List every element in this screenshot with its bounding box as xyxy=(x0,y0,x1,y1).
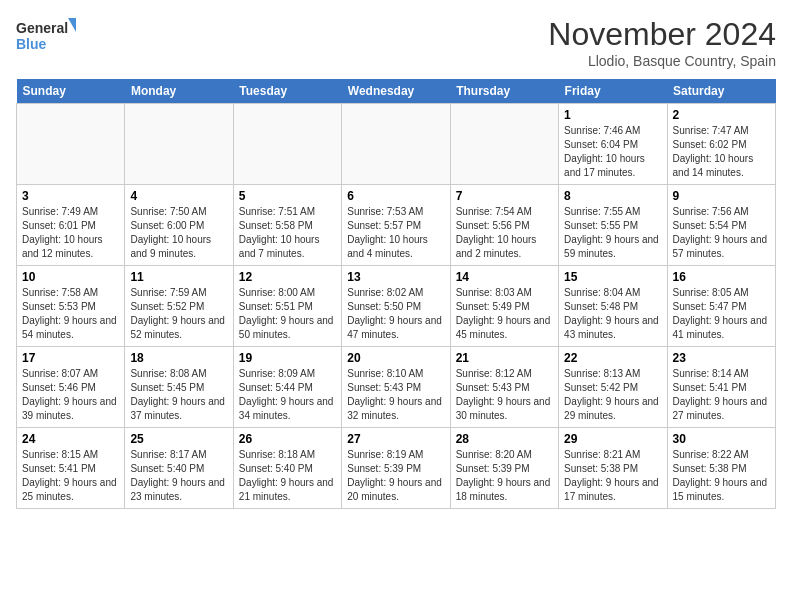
day-number: 6 xyxy=(347,189,444,203)
day-info: Sunrise: 8:19 AM Sunset: 5:39 PM Dayligh… xyxy=(347,448,444,504)
day-number: 9 xyxy=(673,189,770,203)
day-number: 8 xyxy=(564,189,661,203)
week-row-4: 17Sunrise: 8:07 AM Sunset: 5:46 PM Dayli… xyxy=(17,347,776,428)
col-header-monday: Monday xyxy=(125,79,233,104)
day-cell: 11Sunrise: 7:59 AM Sunset: 5:52 PM Dayli… xyxy=(125,266,233,347)
day-cell: 19Sunrise: 8:09 AM Sunset: 5:44 PM Dayli… xyxy=(233,347,341,428)
col-header-sunday: Sunday xyxy=(17,79,125,104)
day-cell: 1Sunrise: 7:46 AM Sunset: 6:04 PM Daylig… xyxy=(559,104,667,185)
day-info: Sunrise: 8:04 AM Sunset: 5:48 PM Dayligh… xyxy=(564,286,661,342)
svg-marker-2 xyxy=(68,18,76,32)
day-cell: 18Sunrise: 8:08 AM Sunset: 5:45 PM Dayli… xyxy=(125,347,233,428)
day-cell xyxy=(450,104,558,185)
day-number: 17 xyxy=(22,351,119,365)
day-cell: 13Sunrise: 8:02 AM Sunset: 5:50 PM Dayli… xyxy=(342,266,450,347)
day-number: 11 xyxy=(130,270,227,284)
week-row-5: 24Sunrise: 8:15 AM Sunset: 5:41 PM Dayli… xyxy=(17,428,776,509)
day-cell: 30Sunrise: 8:22 AM Sunset: 5:38 PM Dayli… xyxy=(667,428,775,509)
day-number: 27 xyxy=(347,432,444,446)
day-cell: 21Sunrise: 8:12 AM Sunset: 5:43 PM Dayli… xyxy=(450,347,558,428)
day-info: Sunrise: 7:49 AM Sunset: 6:01 PM Dayligh… xyxy=(22,205,119,261)
day-number: 10 xyxy=(22,270,119,284)
day-number: 13 xyxy=(347,270,444,284)
day-info: Sunrise: 7:51 AM Sunset: 5:58 PM Dayligh… xyxy=(239,205,336,261)
day-info: Sunrise: 8:07 AM Sunset: 5:46 PM Dayligh… xyxy=(22,367,119,423)
day-cell: 2Sunrise: 7:47 AM Sunset: 6:02 PM Daylig… xyxy=(667,104,775,185)
day-info: Sunrise: 8:00 AM Sunset: 5:51 PM Dayligh… xyxy=(239,286,336,342)
day-info: Sunrise: 7:50 AM Sunset: 6:00 PM Dayligh… xyxy=(130,205,227,261)
day-header-row: SundayMondayTuesdayWednesdayThursdayFrid… xyxy=(17,79,776,104)
day-cell: 4Sunrise: 7:50 AM Sunset: 6:00 PM Daylig… xyxy=(125,185,233,266)
week-row-1: 1Sunrise: 7:46 AM Sunset: 6:04 PM Daylig… xyxy=(17,104,776,185)
day-number: 21 xyxy=(456,351,553,365)
day-number: 20 xyxy=(347,351,444,365)
page-header: General Blue November 2024 Llodio, Basqu… xyxy=(16,16,776,69)
day-number: 15 xyxy=(564,270,661,284)
day-cell: 22Sunrise: 8:13 AM Sunset: 5:42 PM Dayli… xyxy=(559,347,667,428)
svg-text:General: General xyxy=(16,20,68,36)
day-number: 29 xyxy=(564,432,661,446)
day-number: 26 xyxy=(239,432,336,446)
day-number: 24 xyxy=(22,432,119,446)
logo: General Blue xyxy=(16,16,76,56)
day-info: Sunrise: 7:53 AM Sunset: 5:57 PM Dayligh… xyxy=(347,205,444,261)
day-info: Sunrise: 8:09 AM Sunset: 5:44 PM Dayligh… xyxy=(239,367,336,423)
svg-text:Blue: Blue xyxy=(16,36,47,52)
day-cell: 6Sunrise: 7:53 AM Sunset: 5:57 PM Daylig… xyxy=(342,185,450,266)
day-info: Sunrise: 8:14 AM Sunset: 5:41 PM Dayligh… xyxy=(673,367,770,423)
day-cell: 24Sunrise: 8:15 AM Sunset: 5:41 PM Dayli… xyxy=(17,428,125,509)
day-info: Sunrise: 7:47 AM Sunset: 6:02 PM Dayligh… xyxy=(673,124,770,180)
day-info: Sunrise: 7:56 AM Sunset: 5:54 PM Dayligh… xyxy=(673,205,770,261)
day-number: 16 xyxy=(673,270,770,284)
day-number: 3 xyxy=(22,189,119,203)
week-row-2: 3Sunrise: 7:49 AM Sunset: 6:01 PM Daylig… xyxy=(17,185,776,266)
day-cell: 16Sunrise: 8:05 AM Sunset: 5:47 PM Dayli… xyxy=(667,266,775,347)
col-header-saturday: Saturday xyxy=(667,79,775,104)
day-number: 30 xyxy=(673,432,770,446)
day-cell: 25Sunrise: 8:17 AM Sunset: 5:40 PM Dayli… xyxy=(125,428,233,509)
day-cell: 28Sunrise: 8:20 AM Sunset: 5:39 PM Dayli… xyxy=(450,428,558,509)
day-info: Sunrise: 7:54 AM Sunset: 5:56 PM Dayligh… xyxy=(456,205,553,261)
day-cell: 5Sunrise: 7:51 AM Sunset: 5:58 PM Daylig… xyxy=(233,185,341,266)
day-cell xyxy=(233,104,341,185)
day-info: Sunrise: 8:03 AM Sunset: 5:49 PM Dayligh… xyxy=(456,286,553,342)
day-number: 22 xyxy=(564,351,661,365)
day-info: Sunrise: 7:46 AM Sunset: 6:04 PM Dayligh… xyxy=(564,124,661,180)
day-info: Sunrise: 7:55 AM Sunset: 5:55 PM Dayligh… xyxy=(564,205,661,261)
subtitle: Llodio, Basque Country, Spain xyxy=(548,53,776,69)
day-cell: 12Sunrise: 8:00 AM Sunset: 5:51 PM Dayli… xyxy=(233,266,341,347)
day-cell: 26Sunrise: 8:18 AM Sunset: 5:40 PM Dayli… xyxy=(233,428,341,509)
day-cell: 8Sunrise: 7:55 AM Sunset: 5:55 PM Daylig… xyxy=(559,185,667,266)
day-info: Sunrise: 7:59 AM Sunset: 5:52 PM Dayligh… xyxy=(130,286,227,342)
col-header-friday: Friday xyxy=(559,79,667,104)
day-info: Sunrise: 8:08 AM Sunset: 5:45 PM Dayligh… xyxy=(130,367,227,423)
day-number: 25 xyxy=(130,432,227,446)
day-cell: 9Sunrise: 7:56 AM Sunset: 5:54 PM Daylig… xyxy=(667,185,775,266)
day-info: Sunrise: 8:12 AM Sunset: 5:43 PM Dayligh… xyxy=(456,367,553,423)
day-info: Sunrise: 8:20 AM Sunset: 5:39 PM Dayligh… xyxy=(456,448,553,504)
col-header-thursday: Thursday xyxy=(450,79,558,104)
logo-svg: General Blue xyxy=(16,16,76,56)
day-cell: 14Sunrise: 8:03 AM Sunset: 5:49 PM Dayli… xyxy=(450,266,558,347)
calendar-table: SundayMondayTuesdayWednesdayThursdayFrid… xyxy=(16,79,776,509)
day-info: Sunrise: 8:18 AM Sunset: 5:40 PM Dayligh… xyxy=(239,448,336,504)
day-number: 2 xyxy=(673,108,770,122)
day-info: Sunrise: 7:58 AM Sunset: 5:53 PM Dayligh… xyxy=(22,286,119,342)
day-info: Sunrise: 8:13 AM Sunset: 5:42 PM Dayligh… xyxy=(564,367,661,423)
day-number: 4 xyxy=(130,189,227,203)
month-title: November 2024 xyxy=(548,16,776,53)
day-number: 19 xyxy=(239,351,336,365)
day-cell xyxy=(17,104,125,185)
day-number: 14 xyxy=(456,270,553,284)
day-info: Sunrise: 8:15 AM Sunset: 5:41 PM Dayligh… xyxy=(22,448,119,504)
title-block: November 2024 Llodio, Basque Country, Sp… xyxy=(548,16,776,69)
day-number: 12 xyxy=(239,270,336,284)
col-header-tuesday: Tuesday xyxy=(233,79,341,104)
day-info: Sunrise: 8:05 AM Sunset: 5:47 PM Dayligh… xyxy=(673,286,770,342)
day-number: 1 xyxy=(564,108,661,122)
day-cell: 10Sunrise: 7:58 AM Sunset: 5:53 PM Dayli… xyxy=(17,266,125,347)
day-cell: 23Sunrise: 8:14 AM Sunset: 5:41 PM Dayli… xyxy=(667,347,775,428)
week-row-3: 10Sunrise: 7:58 AM Sunset: 5:53 PM Dayli… xyxy=(17,266,776,347)
day-cell: 15Sunrise: 8:04 AM Sunset: 5:48 PM Dayli… xyxy=(559,266,667,347)
day-cell xyxy=(125,104,233,185)
